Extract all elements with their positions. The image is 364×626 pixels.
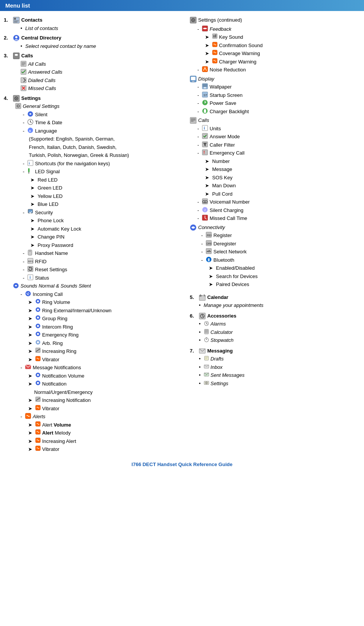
svg-line-125 xyxy=(206,324,208,324)
item-label: Message xyxy=(212,166,232,173)
list-item: • Alarms xyxy=(190,320,360,328)
item-label: Message Notifications xyxy=(33,364,81,371)
reset-icon xyxy=(27,266,33,272)
list-item: - i Shortcuts (for the navigation keys) xyxy=(4,160,186,168)
svg-rect-137 xyxy=(204,356,208,360)
item-label: Voicemail Number xyxy=(210,198,250,206)
list-item: ➤Man Down xyxy=(190,182,360,190)
chargerwarning-icon xyxy=(212,58,217,63)
item-label: French, Italian, Dutch, Danish, Swedish, xyxy=(29,144,117,151)
list-item: ➤ Increasing Alert xyxy=(4,438,186,445)
msgnotif-icon xyxy=(25,364,31,370)
svg-rect-132 xyxy=(207,332,208,332)
svg-line-22 xyxy=(30,122,32,123)
list-item: ➤ Alert Melody xyxy=(4,429,186,437)
list-item: 6. Accessories xyxy=(190,312,360,320)
item-label: Blue LED xyxy=(38,201,58,208)
stopwatch-icon xyxy=(204,337,209,342)
list-item: • Calculator xyxy=(190,329,360,336)
svg-rect-29 xyxy=(28,209,33,213)
svg-rect-34 xyxy=(28,266,33,272)
callerfilter-icon xyxy=(202,141,208,147)
alarms-icon xyxy=(204,321,209,326)
list-item: - ! Emergency Call xyxy=(190,149,360,157)
item-label: Caller Filter xyxy=(210,141,235,149)
svg-rect-1 xyxy=(14,18,16,20)
list-item: - RFID RFID xyxy=(4,258,186,266)
units-icon: i xyxy=(202,125,208,131)
intercomring-icon xyxy=(35,323,41,329)
item-label: Ring Volume xyxy=(42,299,70,306)
list-item: ➤ Arb. Ring xyxy=(4,340,186,347)
item-label: Startup Screen xyxy=(210,92,243,99)
svg-rect-71 xyxy=(213,34,217,38)
missedcalls-icon xyxy=(20,85,27,91)
item-label: Time & Date xyxy=(35,119,62,126)
list-item: - Caller Filter xyxy=(190,141,360,149)
list-item: - Bluetooth xyxy=(190,256,360,264)
right-column: Settings (continued) - Feedback ➤ Key So… xyxy=(190,16,360,454)
item-label: Paired Devices xyxy=(216,281,249,288)
alerts-icon xyxy=(25,413,31,419)
list-item: All Calls xyxy=(4,60,186,68)
deregister-icon: DREG xyxy=(206,240,212,246)
list-item: ➤ Increasing Ring xyxy=(4,348,186,355)
item-label: Security xyxy=(35,209,53,217)
feedback-icon xyxy=(202,25,208,32)
settings-icon xyxy=(13,95,20,102)
section-number: 3. xyxy=(4,52,11,60)
item-label: Green LED xyxy=(38,184,62,192)
svg-rect-27 xyxy=(28,168,30,172)
item-label: Select required contact by name xyxy=(25,43,96,50)
item-label: Increasing Notification xyxy=(42,397,91,404)
inbox-icon xyxy=(204,364,209,369)
coveragewarning-icon xyxy=(212,50,217,55)
list-item: (Supported: English, Spanish, German, xyxy=(4,135,186,143)
list-item: Answered Calls xyxy=(4,68,186,76)
silentcharging-icon: z xyxy=(202,207,208,213)
list-item: - Noise Reduction xyxy=(190,66,360,74)
svg-point-46 xyxy=(37,316,39,318)
item-label: Emergency Ring xyxy=(42,331,79,339)
led-icon xyxy=(27,168,33,174)
alertvol-icon xyxy=(35,421,41,427)
item-label: Dialled Calls xyxy=(28,77,55,84)
calendar-icon: 28 xyxy=(199,294,206,301)
generalsettings-icon xyxy=(15,103,21,109)
selectnetwork-icon xyxy=(206,248,212,254)
voicemail-icon xyxy=(202,198,208,204)
list-item: - Charger Backlight xyxy=(190,108,360,115)
item-label: Handset Name xyxy=(35,250,68,257)
item-label: Key Sound xyxy=(219,33,243,41)
svg-text:z: z xyxy=(204,208,206,212)
item-label: Answer Mode xyxy=(210,133,240,141)
vibrator-icon xyxy=(35,356,41,361)
ringext-icon xyxy=(35,307,41,312)
item-label: Silent Charging xyxy=(210,207,243,214)
item-label: Turkish, Polish, Norwegian, Greek & Russ… xyxy=(29,152,129,159)
rfid-icon: RFID xyxy=(27,258,33,264)
noisereduction-icon xyxy=(202,66,208,72)
list-item: • Select required contact by name xyxy=(4,43,186,50)
svg-rect-96 xyxy=(202,133,208,139)
handset-icon xyxy=(27,250,33,256)
list-item: ➤Yellow LED xyxy=(4,193,186,200)
increasingalert-icon xyxy=(35,438,41,443)
increasingnotif-icon xyxy=(35,397,41,402)
contacts-icon xyxy=(13,17,20,24)
item-label: Display xyxy=(198,75,214,83)
item-label: Register xyxy=(213,232,232,239)
list-item: - Security xyxy=(4,209,186,217)
security-icon xyxy=(27,209,33,215)
item-label: Shortcuts (for the navigation keys) xyxy=(35,160,110,168)
list-item: ➤Phone Lock xyxy=(4,217,186,224)
svg-point-50 xyxy=(37,333,39,335)
shortcuts-icon: i xyxy=(27,160,33,166)
item-label: Reset Settings xyxy=(35,266,67,273)
svg-point-69 xyxy=(193,20,194,21)
item-label: General Settings xyxy=(23,103,60,110)
item-label: SOS Key xyxy=(212,174,232,182)
list-item: ➤Proxy Password xyxy=(4,242,186,249)
item-label: Alarms xyxy=(211,320,226,328)
item-label: Messaging xyxy=(207,347,233,355)
